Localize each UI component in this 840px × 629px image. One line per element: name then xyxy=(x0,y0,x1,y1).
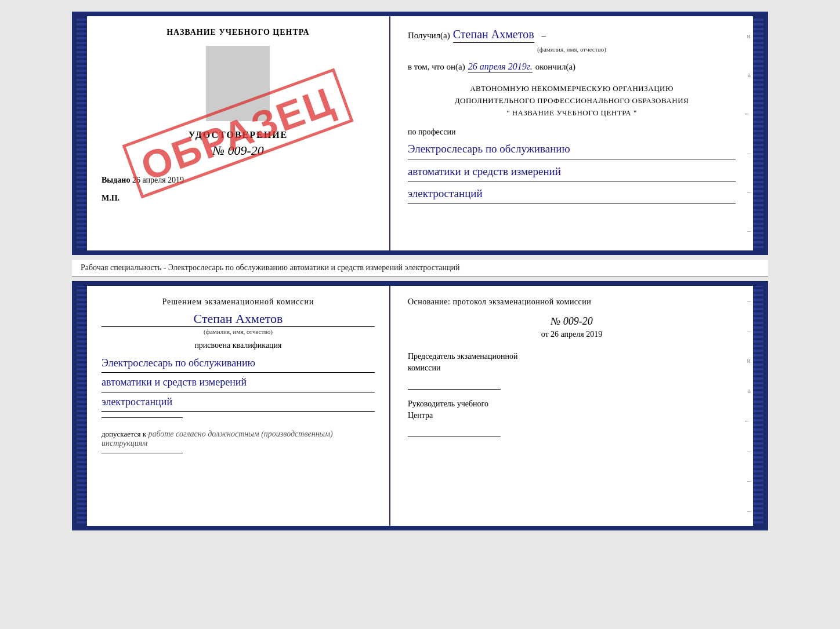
cert-school-title: НАЗВАНИЕ УЧЕБНОГО ЦЕНТРА xyxy=(102,28,375,37)
dopuskaetsya-block: допускается к работе согласно должностны… xyxy=(102,430,375,448)
org-line3: " НАЗВАНИЕ УЧЕБНОГО ЦЕНТРА " xyxy=(408,107,736,119)
predsedatel-block: Председатель экзаменационной комиссии xyxy=(408,351,736,390)
po-professii: по профессии Электрослесарь по обслужива… xyxy=(408,128,736,203)
bottom-separator xyxy=(102,417,183,418)
resheniem-title: Решением экзаменационной комиссии xyxy=(102,297,375,307)
ot-label: от xyxy=(541,330,549,339)
vydano-label: Выдано xyxy=(102,176,130,184)
cert-date: 26 апреля 2019г. xyxy=(468,61,533,72)
org-line1: АВТОНОМНУЮ НЕКОММЕРЧЕСКУЮ ОРГАНИЗАЦИЮ xyxy=(408,83,736,95)
bottom-spine-right xyxy=(753,286,763,526)
profession-line2: автоматики и средств измерений xyxy=(408,162,736,181)
org-line2: ДОПОЛНИТЕЛЬНОГО ПРОФЕССИОНАЛЬНОГО ОБРАЗО… xyxy=(408,95,736,107)
poluchil-label: Получил(а) xyxy=(408,31,450,41)
kval-line2: автоматики и средств измерений xyxy=(102,373,375,392)
middle-label: Рабочая специальность - Электрослесарь п… xyxy=(72,260,768,277)
bottom-left-panel: Решением экзаменационной комиссии Степан… xyxy=(87,286,390,526)
predsedatel-label: Председатель экзаменационной комиссии xyxy=(408,351,736,373)
right-edge-lines: и а ← – – – xyxy=(736,16,753,250)
profession-line1: Электрослесарь по обслуживанию xyxy=(408,140,736,159)
protocol-date-val: 26 апреля 2019 xyxy=(551,330,602,339)
bottom-certificate: Решением экзаменационной комиссии Степан… xyxy=(72,281,768,530)
udostoverenie-title: УДОСТОВЕРЕНИЕ xyxy=(102,130,375,140)
poluchil-line: Получил(а) Степан Ахметов – xyxy=(408,28,736,43)
predsedatel-signature-line xyxy=(408,378,501,390)
fio-label-top: (фамилия, имя, отчество) xyxy=(408,46,736,53)
okonchil-label: окончил(а) xyxy=(535,62,575,72)
org-block: АВТОНОМНУЮ НЕКОММЕРЧЕСКУЮ ОРГАНИЗАЦИЮ ДО… xyxy=(408,83,736,119)
protocol-date: от 26 апреля 2019 xyxy=(408,330,736,339)
photo-placeholder xyxy=(206,46,270,121)
rukovoditel-signature-line xyxy=(408,426,501,437)
udostoverenie-number: № 009-20 xyxy=(102,143,375,158)
document-wrapper: НАЗВАНИЕ УЧЕБНОГО ЦЕНТРА УДОСТОВЕРЕНИЕ №… xyxy=(72,12,768,530)
recipient-name: Степан Ахметов xyxy=(453,28,534,43)
spine-right xyxy=(753,16,763,250)
osnov-title: Основание: протокол экзаменационной коми… xyxy=(408,297,736,307)
vtom-line: в том, что он(а) 26 апреля 2019г. окончи… xyxy=(408,61,736,72)
top-certificate: НАЗВАНИЕ УЧЕБНОГО ЦЕНТРА УДОСТОВЕРЕНИЕ №… xyxy=(72,12,768,255)
bottom-name: Степан Ахметов xyxy=(102,311,375,327)
profession-line3: электростанций xyxy=(408,184,736,203)
po-professii-label: по профессии xyxy=(408,128,456,136)
prisvoena-line: присвоена квалификация xyxy=(102,341,375,350)
bottom-spine-left xyxy=(77,286,87,526)
rukovoditel-block: Руководитель учебного Центра xyxy=(408,398,736,437)
vydano-date: 26 апреля 2019 xyxy=(132,176,184,184)
bottom-fio-label: (фамилия, имя, отчество) xyxy=(102,328,375,335)
mp-line: М.П. xyxy=(102,194,375,203)
spine-left xyxy=(77,16,87,250)
kval-line3: электростанций xyxy=(102,392,375,412)
vydano-line: Выдано 26 апреля 2019 xyxy=(102,176,375,185)
vtom-label: в том, что он(а) xyxy=(408,62,465,72)
cert-left-panel: НАЗВАНИЕ УЧЕБНОГО ЦЕНТРА УДОСТОВЕРЕНИЕ №… xyxy=(87,16,390,250)
bottom-right-panel: Основание: протокол экзаменационной коми… xyxy=(390,286,753,526)
udostoverenie-block: УДОСТОВЕРЕНИЕ № 009-20 xyxy=(102,130,375,158)
dopusk-separator xyxy=(102,453,183,453)
protocol-num: № 009-20 xyxy=(408,315,736,328)
cert-right-panel: Получил(а) Степан Ахметов – (фамилия, им… xyxy=(390,16,753,250)
bottom-right-edge-lines: – – и а ← – – – xyxy=(736,286,753,526)
dopusk-label: допускается к xyxy=(102,430,146,438)
kval-line1: Электрослесарь по обслуживанию xyxy=(102,354,375,373)
rukovoditel-label: Руководитель учебного Центра xyxy=(408,398,736,421)
